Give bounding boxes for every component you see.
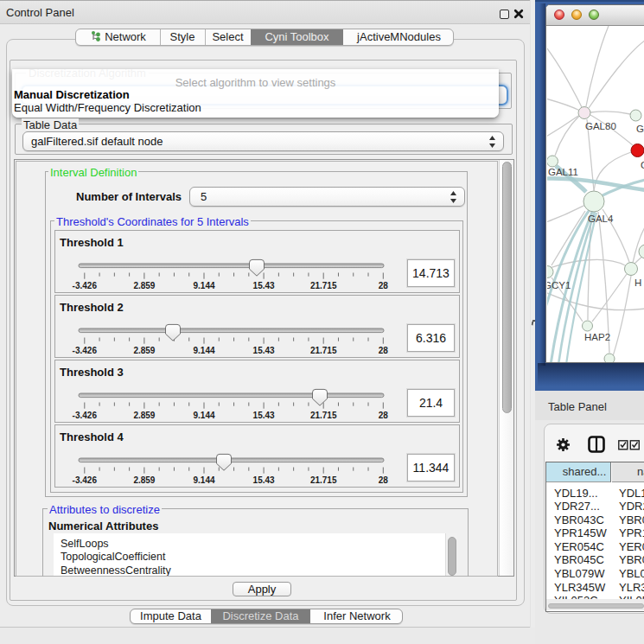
svg-text:15.43: 15.43 bbox=[253, 411, 275, 420]
svg-text:28: 28 bbox=[379, 475, 389, 485]
svg-text:2.859: 2.859 bbox=[133, 475, 155, 485]
svg-text:21.715: 21.715 bbox=[310, 281, 337, 290]
svg-text:28: 28 bbox=[379, 346, 389, 355]
svg-text:2.859: 2.859 bbox=[133, 346, 155, 355]
svg-text:GAL80: GAL80 bbox=[585, 121, 616, 131]
svg-text:HAP2: HAP2 bbox=[584, 332, 610, 342]
svg-text:C: C bbox=[641, 160, 644, 170]
svg-text:9.144: 9.144 bbox=[193, 281, 214, 290]
svg-text:-3.426: -3.426 bbox=[73, 475, 98, 485]
svg-text:-3.426: -3.426 bbox=[73, 281, 98, 290]
svg-text:2.859: 2.859 bbox=[133, 411, 155, 420]
svg-text:28: 28 bbox=[379, 411, 389, 420]
svg-text:GCY1: GCY1 bbox=[547, 280, 571, 290]
svg-text:GAL4: GAL4 bbox=[588, 214, 614, 224]
svg-text:21.715: 21.715 bbox=[310, 346, 337, 355]
svg-text:GA: GA bbox=[636, 124, 644, 134]
svg-text:-3.426: -3.426 bbox=[73, 346, 98, 355]
svg-text:15.43: 15.43 bbox=[253, 475, 275, 485]
svg-text:21.715: 21.715 bbox=[310, 411, 337, 420]
svg-text:H: H bbox=[634, 277, 641, 288]
svg-text:-3.426: -3.426 bbox=[73, 411, 98, 420]
svg-text:15.43: 15.43 bbox=[253, 346, 275, 355]
svg-text:2.859: 2.859 bbox=[133, 281, 155, 290]
svg-text:9.144: 9.144 bbox=[193, 475, 214, 485]
svg-text:15.43: 15.43 bbox=[253, 281, 275, 290]
svg-text:9.144: 9.144 bbox=[193, 346, 214, 355]
svg-text:21.715: 21.715 bbox=[310, 475, 337, 485]
svg-text:9.144: 9.144 bbox=[193, 411, 214, 420]
svg-text:GAL11: GAL11 bbox=[548, 167, 578, 177]
svg-text:28: 28 bbox=[379, 281, 389, 290]
